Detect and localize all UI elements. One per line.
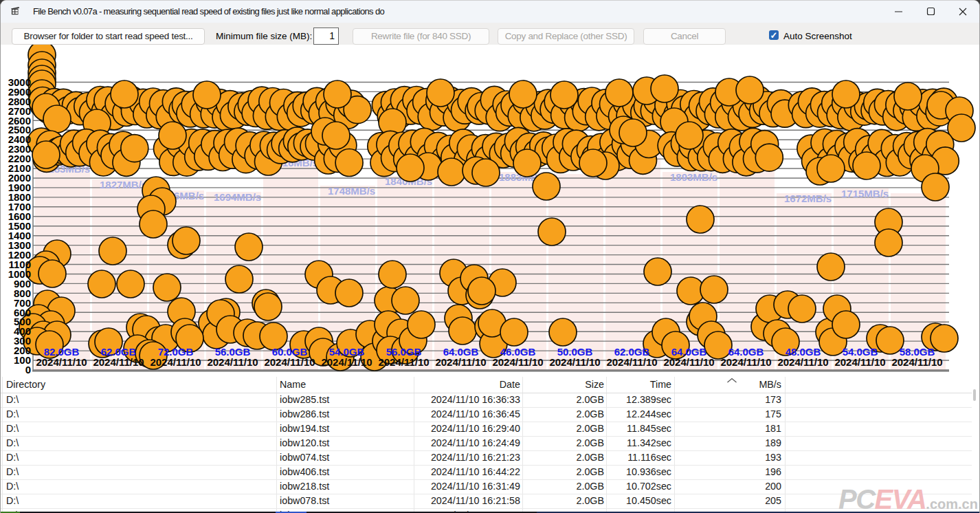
svg-text:2024/11/10: 2024/11/10 [435, 356, 486, 368]
svg-text:1694MB/s: 1694MB/s [214, 191, 261, 203]
svg-text:2024/11/10: 2024/11/10 [264, 356, 315, 368]
svg-text:2024/11/10: 2024/11/10 [663, 356, 714, 368]
svg-text:2024/11/10: 2024/11/10 [720, 356, 771, 368]
svg-text:1893MB/s: 1893MB/s [670, 171, 717, 183]
svg-text:2024/11/10: 2024/11/10 [321, 356, 372, 368]
svg-text:1827MB/s: 1827MB/s [100, 179, 147, 190]
svg-text:2024/11/10: 2024/11/10 [93, 356, 144, 368]
svg-text:2024/11/10: 2024/11/10 [549, 356, 600, 368]
svg-text:2024/11/10: 2024/11/10 [834, 356, 885, 368]
svg-text:1715MB/s: 1715MB/s [841, 188, 889, 199]
svg-text:2024/11/10: 2024/11/10 [207, 356, 258, 368]
svg-text:2024/11/10: 2024/11/10 [36, 356, 87, 368]
svg-text:2024/11/10: 2024/11/10 [777, 356, 828, 368]
svg-text:0: 0 [25, 364, 31, 375]
svg-text:2024/11/10: 2024/11/10 [492, 356, 543, 368]
svg-text:2024/11/10: 2024/11/10 [606, 356, 657, 368]
svg-text:1748MB/s: 1748MB/s [328, 185, 375, 197]
svg-text:1672MB/s: 1672MB/s [784, 193, 832, 204]
svg-text:2024/11/10: 2024/11/10 [378, 356, 429, 368]
svg-text:2024/11/10: 2024/11/10 [150, 356, 201, 368]
svg-text:2024/11/10: 2024/11/10 [891, 356, 942, 368]
